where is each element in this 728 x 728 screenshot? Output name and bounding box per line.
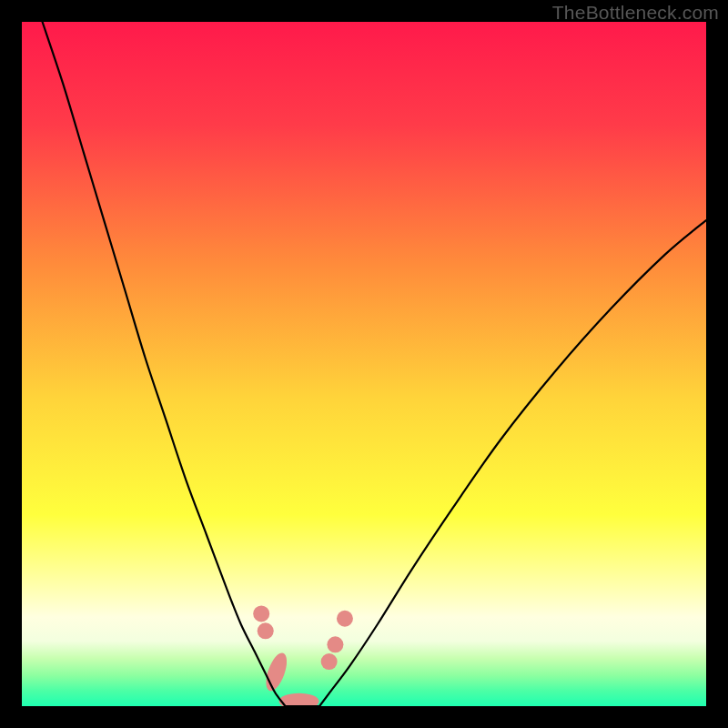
marker-left-dot-2: [258, 622, 274, 639]
marker-right-dot-2: [327, 636, 343, 652]
marker-right-dot-3: [337, 611, 353, 627]
gradient-background: [22, 22, 706, 706]
watermark-text: TheBottleneck.com: [552, 2, 719, 24]
marker-left-dot-1: [253, 605, 269, 622]
marker-right-dot-1: [321, 653, 338, 670]
bottleneck-chart: [22, 22, 706, 706]
chart-frame: TheBottleneck.com: [0, 0, 728, 728]
